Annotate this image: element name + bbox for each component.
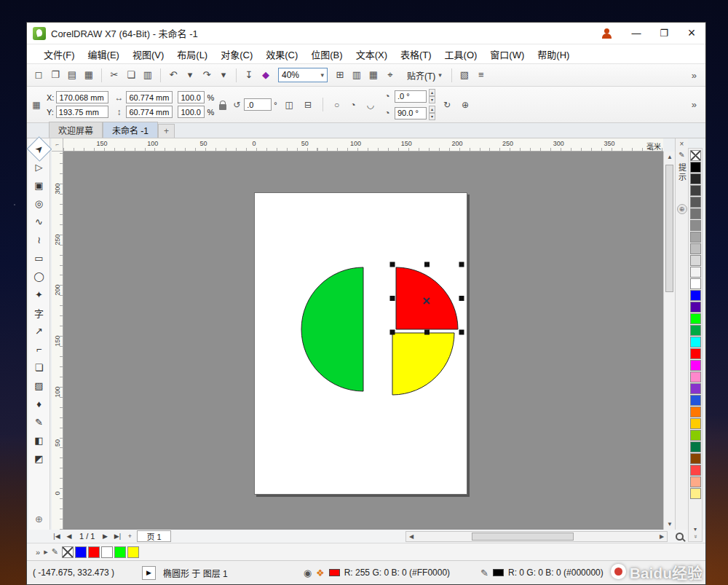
- page-tab[interactable]: 页 1: [137, 530, 170, 542]
- arc-direction-button[interactable]: ↻: [440, 98, 454, 111]
- menu-item[interactable]: 文本(X): [349, 45, 394, 63]
- app-launcher-icon[interactable]: ◆: [258, 68, 273, 82]
- propbar-overflow-button[interactable]: »: [687, 99, 701, 110]
- snap-to-dropdown[interactable]: 贴齐(T) ▾: [403, 68, 446, 83]
- menu-item[interactable]: 工具(O): [438, 45, 484, 63]
- document-color-swatch[interactable]: [101, 546, 113, 558]
- scale-vertical-field[interactable]: 100.0: [178, 106, 205, 118]
- scroll-left-icon[interactable]: ◀: [406, 532, 416, 541]
- docker-float-button[interactable]: ⊕: [677, 204, 687, 214]
- zoom-fit-icon[interactable]: [676, 533, 684, 541]
- color-swatch[interactable]: [690, 313, 701, 324]
- color-swatch[interactable]: [690, 278, 701, 289]
- color-swatch[interactable]: [690, 302, 701, 313]
- options-icon[interactable]: ▧: [457, 68, 472, 82]
- document-color-swatch[interactable]: [127, 546, 139, 558]
- undo-dropdown-icon[interactable]: ▾: [183, 68, 197, 82]
- palette-flyout-icon[interactable]: ▸: [44, 547, 48, 557]
- open-icon[interactable]: ❐: [48, 68, 63, 82]
- color-eyedropper-tool[interactable]: ♦: [31, 395, 48, 413]
- y-position-field[interactable]: 193.75 mm: [56, 106, 108, 118]
- pie-mode-button[interactable]: ◔: [347, 98, 358, 111]
- color-swatch[interactable]: [690, 418, 701, 429]
- account-icon[interactable]: [601, 28, 612, 39]
- scale-horizontal-field[interactable]: 100.0: [178, 91, 205, 103]
- menu-item[interactable]: 表格(T): [394, 45, 438, 63]
- show-grid-icon[interactable]: ▦: [366, 68, 381, 82]
- add-page-button[interactable]: +: [124, 533, 135, 540]
- arc-mode-button[interactable]: ◡: [364, 98, 377, 111]
- drawing-canvas[interactable]: [63, 152, 663, 530]
- ruler-origin-corner[interactable]: ⌐: [52, 138, 63, 152]
- spin-up-icon[interactable]: ▴: [429, 89, 435, 96]
- document-page[interactable]: [254, 192, 467, 495]
- horizontal-scrollbar[interactable]: ◀ ▶: [405, 531, 668, 542]
- redo-icon[interactable]: ↷: [199, 68, 214, 82]
- layout-grid-icon[interactable]: ▦: [31, 100, 41, 110]
- x-position-field[interactable]: 170.068 mm: [56, 91, 108, 103]
- color-swatch[interactable]: [690, 243, 701, 254]
- play-macro-button[interactable]: ▶: [142, 566, 156, 580]
- artistic-media-tool[interactable]: ≀: [31, 231, 48, 249]
- arc-start-angle-field[interactable]: .0 °: [395, 90, 427, 103]
- color-swatch[interactable]: [690, 325, 701, 336]
- close-button[interactable]: ×: [678, 23, 705, 44]
- color-swatch[interactable]: [690, 476, 701, 487]
- palette-edit-icon[interactable]: ✎: [52, 547, 58, 557]
- last-page-button[interactable]: ▶|: [112, 533, 122, 540]
- menu-item[interactable]: 编辑(E): [82, 45, 126, 63]
- new-document-icon[interactable]: ◻: [31, 68, 46, 82]
- color-swatch[interactable]: [690, 465, 701, 476]
- arc-end-angle-field[interactable]: 90.0 °: [395, 107, 427, 119]
- object-width-field[interactable]: 60.774 mm: [126, 91, 173, 103]
- spin-down-icon[interactable]: ▾: [429, 113, 435, 120]
- document-color-swatch[interactable]: [88, 546, 100, 558]
- print-icon[interactable]: ▦: [82, 68, 96, 82]
- no-color-swatch[interactable]: [62, 546, 74, 558]
- freehand-tool[interactable]: ∿: [31, 213, 48, 231]
- previous-page-button[interactable]: ◀: [64, 533, 74, 540]
- save-icon[interactable]: ▤: [65, 68, 79, 82]
- menu-item[interactable]: 位图(B): [304, 45, 349, 63]
- document-color-swatch[interactable]: [114, 546, 126, 558]
- arc-end-spinner[interactable]: ▴ ▾: [429, 106, 435, 120]
- color-swatch[interactable]: [690, 255, 701, 266]
- object-height-field[interactable]: 60.774 mm: [126, 106, 173, 118]
- crop-tool[interactable]: ▣: [31, 176, 48, 195]
- zoom-level-select[interactable]: 40% ▾: [278, 68, 328, 82]
- color-swatch[interactable]: [690, 430, 701, 441]
- hints-docker-tab[interactable]: 提示: [676, 163, 688, 182]
- lock-ratio-icon[interactable]: [219, 104, 226, 110]
- undo-icon[interactable]: ↶: [166, 68, 181, 82]
- add-tools-button[interactable]: ⊕: [31, 510, 48, 528]
- tab-current-document[interactable]: 未命名 -1: [103, 122, 158, 138]
- menu-item[interactable]: 文件(F): [37, 45, 82, 63]
- menu-item[interactable]: 视图(V): [126, 45, 170, 63]
- toolbar-overflow-button[interactable]: »: [687, 70, 701, 81]
- full-screen-preview-icon[interactable]: ⊞: [333, 68, 347, 82]
- spin-down-icon[interactable]: ▾: [429, 96, 435, 103]
- color-swatch[interactable]: [690, 162, 701, 173]
- first-page-button[interactable]: |◀: [52, 533, 62, 540]
- rectangle-tool[interactable]: ▭: [31, 249, 48, 267]
- cut-icon[interactable]: ✂: [107, 68, 122, 82]
- color-swatch[interactable]: [690, 453, 701, 464]
- menu-item[interactable]: 布局(L): [170, 45, 214, 63]
- color-swatch[interactable]: [690, 232, 701, 243]
- color-swatch[interactable]: [690, 290, 701, 301]
- zoom-tool[interactable]: ◎: [31, 195, 48, 213]
- color-swatch[interactable]: [690, 407, 701, 417]
- color-swatch[interactable]: [690, 348, 701, 359]
- color-swatch[interactable]: [690, 395, 701, 406]
- menu-item[interactable]: 帮助(H): [531, 45, 576, 63]
- transparency-tool[interactable]: ▨: [31, 377, 48, 395]
- hints-panel-icon[interactable]: ≡: [474, 68, 488, 82]
- ellipse-mode-button[interactable]: ○: [331, 98, 342, 111]
- color-swatch[interactable]: [690, 372, 701, 382]
- fill-tool[interactable]: ◧: [31, 431, 48, 449]
- menu-item[interactable]: 窗口(W): [483, 45, 531, 63]
- connector-tool[interactable]: ⌐: [31, 340, 48, 358]
- copy-icon[interactable]: ❏: [124, 68, 138, 82]
- mirror-horizontal-icon[interactable]: ◫: [282, 98, 296, 111]
- horizontal-ruler[interactable]: 毫米 15010050050100150200250300350: [63, 138, 663, 152]
